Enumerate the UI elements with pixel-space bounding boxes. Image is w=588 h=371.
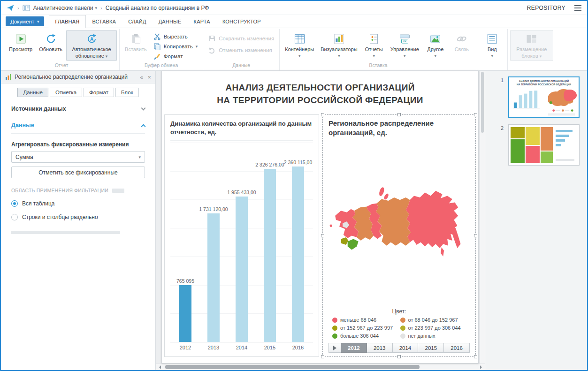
mark-all-fixed-button[interactable]: Отметить все фиксированные (11, 167, 145, 178)
menu-icon[interactable] (574, 5, 581, 11)
bar-column-2016[interactable]: 2 360 115,00 (284, 143, 312, 342)
bar-column-2015[interactable]: 2 326 276,00 (256, 143, 283, 342)
chevron-down-icon: ▾ (106, 54, 108, 59)
resize-handle[interactable] (397, 113, 401, 116)
ribbon-tab-2[interactable]: ВСТАВКА (86, 15, 122, 28)
scroll-left-arrow[interactable] (156, 365, 163, 369)
bar-value-label: 2 326 276,00 (255, 162, 284, 167)
ribbon-tab-1[interactable]: ГЛАВНАЯ (49, 15, 86, 28)
slide-2-thumbnail[interactable] (508, 124, 580, 166)
year-tab-2015[interactable]: 2015 (418, 343, 444, 353)
collapse-panel-icon[interactable]: « (140, 74, 143, 80)
map-region-siberia[interactable] (376, 197, 411, 246)
bar[interactable] (264, 169, 276, 342)
visualizers-button[interactable]: Визуализаторы ▾ (318, 30, 360, 59)
auto-refresh-button[interactable]: A Автоматическое обновление ▾ (66, 30, 117, 61)
scroll-right-arrow[interactable] (477, 365, 485, 369)
refresh-button[interactable]: Обновить (36, 30, 65, 54)
panel-tab-2[interactable]: Отметка (50, 88, 82, 97)
chevron-down-icon: ▾ (95, 6, 98, 10)
resize-handle[interactable] (321, 234, 324, 237)
chart-title: Динамика количества организаций по данны… (170, 120, 313, 141)
map-region-kamchatka[interactable] (451, 225, 460, 248)
map-region-far-east[interactable] (406, 191, 458, 248)
close-panel-icon[interactable]: × (147, 74, 151, 80)
format-brush-icon (153, 53, 161, 60)
block-layout-button[interactable]: Размещение блоков ▾ (510, 30, 553, 61)
legend-label: от 152 967 до 223 997 (340, 325, 393, 331)
horizontal-scrollbar-track[interactable] (163, 364, 477, 370)
map-title: Региональное распределение организаций, … (328, 119, 470, 137)
legend-color-dot (400, 318, 405, 323)
resize-handle[interactable] (474, 113, 477, 116)
bar[interactable] (236, 197, 248, 342)
bar-column-2013[interactable]: 1 731 120,00 (200, 143, 227, 342)
link-button[interactable]: Связь (449, 30, 474, 54)
format-button[interactable]: Формат (152, 52, 199, 61)
resize-handle[interactable] (321, 113, 324, 116)
russia-choropleth-map[interactable] (328, 138, 470, 308)
repository-label[interactable]: REPOSITORY (527, 5, 565, 11)
year-tab-2012[interactable]: 2012 (341, 343, 367, 353)
slide-canvas[interactable]: АНАЛИЗ ДЕЯТЕЛЬНОСТИ ОРГАНИЗАЦИЙ НА ТЕРРИ… (161, 71, 479, 363)
ribbon-group-clipboard: Вставить Вырезать Копировать ▾ Формат (120, 29, 203, 70)
horizontal-scrollbar-thumb[interactable] (165, 365, 420, 369)
app-logo-icon[interactable] (7, 4, 14, 12)
panel-tab-3[interactable]: Формат (84, 88, 114, 97)
map-region-south-green[interactable] (348, 239, 359, 250)
bar[interactable] (179, 285, 191, 342)
bar-chart-block[interactable]: Динамика количества организаций по данны… (164, 114, 319, 357)
aggregate-select[interactable]: Сумма ▾ (11, 151, 145, 163)
map-region-island[interactable] (378, 187, 385, 197)
bar[interactable] (207, 213, 220, 342)
block-layout-label: Размещение блоков (516, 46, 547, 59)
paste-button[interactable]: Вставить (122, 30, 150, 54)
horizontal-scrollbar[interactable] (156, 363, 485, 370)
year-tab-2016[interactable]: 2016 (444, 343, 470, 353)
resize-handle[interactable] (474, 234, 477, 237)
map-region-island[interactable] (383, 193, 389, 200)
containers-button[interactable]: Контейнеры ▾ (282, 30, 317, 59)
copy-button[interactable]: Копировать ▾ (152, 42, 199, 51)
section-data[interactable]: Данные (11, 117, 145, 134)
radio-option-1[interactable]: Вся таблица (11, 200, 145, 207)
copy-label: Копировать (164, 44, 193, 49)
map-region-sakhalin[interactable] (441, 247, 444, 256)
panel-tab-1[interactable]: Данные (17, 88, 48, 97)
save-changes-button[interactable]: Сохранить изменения (206, 34, 276, 43)
link-chain-icon (455, 33, 468, 45)
bar[interactable] (292, 167, 304, 342)
ribbon-tab-6[interactable]: КОНСТРУКТОР (216, 15, 267, 28)
view-button[interactable]: Вид ▾ (480, 30, 505, 59)
panel-tab-4[interactable]: Блок (115, 88, 139, 97)
resize-handle[interactable] (321, 355, 324, 358)
cut-button[interactable]: Вырезать (152, 32, 199, 41)
preview-button[interactable]: Просмотр (6, 30, 35, 54)
management-button[interactable]: ок Управление ▾ (388, 30, 422, 59)
breadcrumb-panels-menu[interactable]: Аналитические панели▾ (33, 5, 97, 11)
slide-1-thumbnail[interactable]: АНАЛИЗ ДЕЯТЕЛЬНОСТИ ОРГАНИЗАЦИЙ НА ТЕРРИ… (508, 76, 580, 118)
year-tab-2013[interactable]: 2013 (367, 343, 393, 353)
document-menu-button[interactable]: Документ▾ (6, 16, 44, 26)
undo-changes-button[interactable]: Отменить изменения (206, 45, 276, 54)
x-axis-label: 2012 (172, 345, 199, 353)
play-button[interactable] (328, 343, 341, 353)
year-tab-2014[interactable]: 2014 (393, 343, 419, 353)
section-data-sources[interactable]: Источники данных (11, 101, 145, 117)
vertical-scrollbar[interactable] (480, 71, 485, 363)
map-block-selected[interactable]: Региональное распределение организаций, … (322, 114, 476, 357)
other-button[interactable]: Другое ▾ (423, 30, 448, 59)
ribbon-tab-4[interactable]: ДАННЫЕ (153, 15, 188, 28)
chevron-down-icon (141, 106, 146, 111)
radio-option-2[interactable]: Строки и столбцы раздельно (11, 214, 145, 220)
ribbon-tab-5[interactable]: КАРТА (188, 15, 216, 28)
vertical-scrollbar-thumb[interactable] (481, 72, 484, 133)
resize-handle[interactable] (474, 355, 477, 358)
bar-column-2012[interactable]: 765 095 (172, 143, 199, 342)
bar-column-2014[interactable]: 1 955 433,00 (228, 143, 255, 342)
ribbon-tab-3[interactable]: СЛАЙД (122, 15, 153, 28)
map-region-kaliningrad[interactable] (330, 225, 332, 227)
reports-button[interactable]: Отчеты ▾ (361, 30, 387, 59)
resize-handle[interactable] (397, 355, 401, 358)
map-region-south-olive[interactable] (341, 237, 349, 245)
